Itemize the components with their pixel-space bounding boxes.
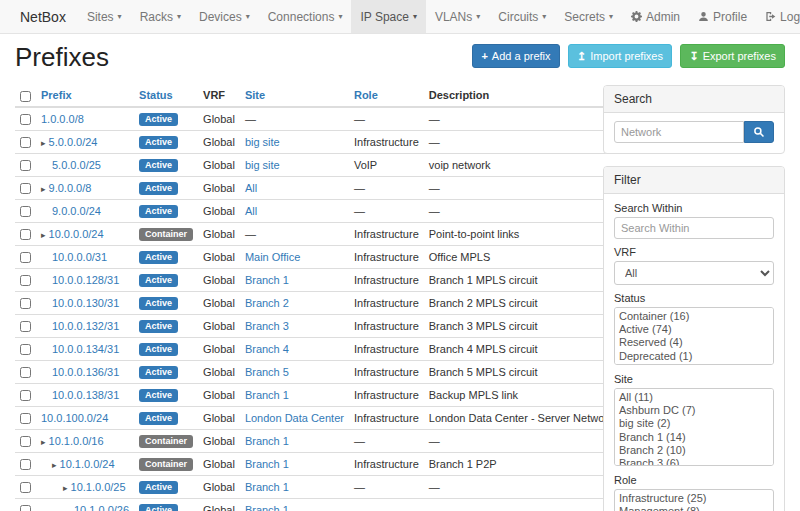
site-link[interactable]: Branch 5 <box>245 366 289 378</box>
site-link[interactable]: Main Office <box>245 251 300 263</box>
nav-item-circuits[interactable]: Circuits▾ <box>489 0 555 33</box>
nav-item-secrets[interactable]: Secrets▾ <box>555 0 622 33</box>
site-link[interactable]: Branch 1 <box>245 435 289 447</box>
column-header-prefix[interactable]: Prefix <box>36 85 134 107</box>
vrf-label: VRF <box>614 246 774 258</box>
site-link[interactable]: Branch 1 <box>245 504 289 511</box>
row-checkbox[interactable] <box>20 298 31 309</box>
description-cell: Branch 3 MPLS circuit <box>424 314 619 337</box>
prefix-link[interactable]: 10.1.0.0/26 <box>74 504 129 511</box>
site-link[interactable]: Branch 2 <box>245 297 289 309</box>
status-cell: Active <box>134 314 198 337</box>
row-checkbox[interactable] <box>20 413 31 424</box>
site-link[interactable]: big site <box>245 159 280 171</box>
site-link[interactable]: Branch 1 <box>245 389 289 401</box>
column-header-status[interactable]: Status <box>134 85 198 107</box>
nav-item-devices[interactable]: Devices▾ <box>190 0 259 33</box>
filter-option[interactable]: big site (2) <box>617 417 771 430</box>
logout-link[interactable]: Log out <box>756 0 800 33</box>
search-within-input[interactable] <box>614 217 774 239</box>
prefix-link[interactable]: 10.0.0.132/31 <box>52 320 119 332</box>
site-filter-select[interactable]: All (11)Ashburn DC (7)big site (2)Branch… <box>614 388 774 466</box>
site-link[interactable]: Branch 1 <box>245 274 289 286</box>
row-checkbox[interactable] <box>20 160 31 171</box>
nav-item-ip-space[interactable]: IP Space▾ <box>351 0 426 33</box>
status-badge: Active <box>139 504 178 511</box>
search-button[interactable] <box>744 121 774 143</box>
site-link[interactable]: Branch 1 <box>245 481 289 493</box>
app-brand[interactable]: NetBox <box>8 0 78 33</box>
status-filter-select[interactable]: Container (16)Active (74)Reserved (4)Dep… <box>614 307 774 365</box>
row-checkbox[interactable] <box>20 252 31 263</box>
profile-label: Profile <box>713 10 747 24</box>
nav-item-sites[interactable]: Sites▾ <box>78 0 131 33</box>
prefix-link[interactable]: 10.0.0.138/31 <box>52 389 119 401</box>
prefix-link[interactable]: 10.0.0.0/31 <box>52 251 107 263</box>
filter-option[interactable]: Infrastructure (25) <box>617 492 771 505</box>
prefix-link[interactable]: 9.0.0.0/24 <box>52 205 101 217</box>
nav-item-vlans[interactable]: VLANs▾ <box>426 0 489 33</box>
column-header-site[interactable]: Site <box>240 85 349 107</box>
prefix-link[interactable]: 10.0.100.0/24 <box>41 412 108 424</box>
import-prefixes-button[interactable]: ↥Import prefixes <box>568 44 672 68</box>
site-link[interactable]: Branch 4 <box>245 343 289 355</box>
prefix-link[interactable]: 10.1.0.0/16 <box>49 435 104 447</box>
admin-link[interactable]: Admin <box>622 0 689 33</box>
prefix-link[interactable]: 5.0.0.0/25 <box>52 159 101 171</box>
vrf-filter-select[interactable]: All <box>614 261 774 285</box>
search-input[interactable] <box>614 121 744 143</box>
row-checkbox[interactable] <box>20 206 31 217</box>
row-checkbox[interactable] <box>20 229 31 240</box>
filter-option[interactable]: All (11) <box>617 391 771 404</box>
filter-option[interactable]: Ashburn DC (7) <box>617 404 771 417</box>
prefix-link[interactable]: 9.0.0.0/8 <box>49 182 92 194</box>
prefix-link[interactable]: 10.1.0.0/24 <box>60 458 115 470</box>
prefix-link[interactable]: 10.0.0.134/31 <box>52 343 119 355</box>
nav-item-connections[interactable]: Connections▾ <box>259 0 352 33</box>
prefix-link[interactable]: 10.0.0.0/24 <box>49 228 104 240</box>
row-checkbox[interactable] <box>20 367 31 378</box>
row-checkbox[interactable] <box>20 390 31 401</box>
prefix-link[interactable]: 10.0.0.128/31 <box>52 274 119 286</box>
site-link[interactable]: Branch 3 <box>245 320 289 332</box>
row-checkbox[interactable] <box>20 137 31 148</box>
filter-option[interactable]: Container (16) <box>617 310 771 323</box>
site-link[interactable]: Branch 1 <box>245 458 289 470</box>
filter-option[interactable]: Deprecated (1) <box>617 350 771 363</box>
nav-item-racks[interactable]: Racks▾ <box>131 0 190 33</box>
prefix-link[interactable]: 5.0.0.0/24 <box>49 136 98 148</box>
status-badge: Active <box>139 274 178 287</box>
status-cell: Active <box>134 383 198 406</box>
row-checkbox[interactable] <box>20 321 31 332</box>
profile-link[interactable]: Profile <box>689 0 756 33</box>
prefix-link[interactable]: 1.0.0.0/8 <box>41 113 84 125</box>
prefix-link[interactable]: 10.0.0.136/31 <box>52 366 119 378</box>
row-checkbox[interactable] <box>20 436 31 447</box>
site-link[interactable]: big site <box>245 136 280 148</box>
add-prefix-button[interactable]: +Add a prefix <box>472 44 559 68</box>
row-checkbox[interactable] <box>20 459 31 470</box>
search-icon <box>753 126 765 138</box>
site-link[interactable]: All <box>245 205 257 217</box>
site-link[interactable]: London Data Center <box>245 412 344 424</box>
row-checkbox[interactable] <box>20 344 31 355</box>
table-row: 10.0.0.0/31ActiveGlobalMain OfficeInfras… <box>15 245 618 268</box>
role-filter-select[interactable]: Infrastructure (25)Management (8)Private… <box>614 489 774 511</box>
column-header-role[interactable]: Role <box>349 85 424 107</box>
filter-option[interactable]: Active (74) <box>617 323 771 336</box>
export-prefixes-button[interactable]: ↧Export prefixes <box>680 44 785 68</box>
filter-option[interactable]: Branch 1 (14) <box>617 431 771 444</box>
filter-option[interactable]: Reserved (4) <box>617 336 771 349</box>
row-checkbox[interactable] <box>20 505 31 511</box>
filter-option[interactable]: Branch 3 (6) <box>617 457 771 466</box>
filter-option[interactable]: Management (8) <box>617 505 771 511</box>
prefix-link[interactable]: 10.0.0.130/31 <box>52 297 119 309</box>
filter-option[interactable]: Branch 2 (10) <box>617 444 771 457</box>
row-checkbox[interactable] <box>20 275 31 286</box>
row-checkbox[interactable] <box>20 183 31 194</box>
row-checkbox[interactable] <box>20 114 31 125</box>
site-link[interactable]: All <box>245 182 257 194</box>
prefix-link[interactable]: 10.1.0.0/25 <box>71 481 126 493</box>
row-checkbox[interactable] <box>20 482 31 493</box>
select-all-checkbox[interactable] <box>20 91 31 102</box>
